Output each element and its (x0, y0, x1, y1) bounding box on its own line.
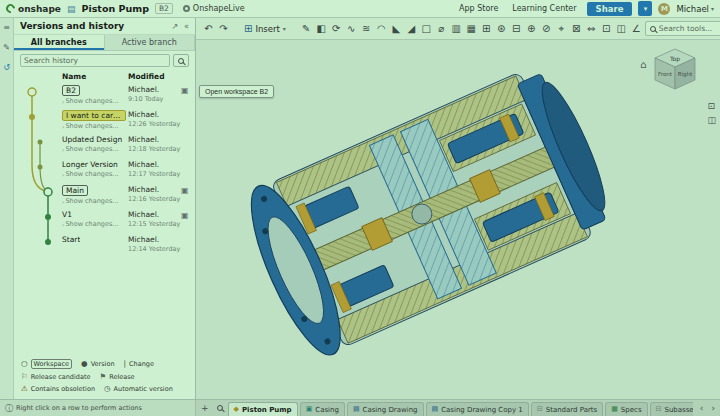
version-name: I want to carry on here (62, 110, 126, 121)
versions-panel: Versions and history ↗ « All branches Ac… (14, 18, 196, 399)
extrude-icon[interactable]: ◧ (315, 24, 328, 34)
search-icon (217, 405, 223, 411)
open-workspace-icon[interactable]: ▣ (181, 185, 193, 208)
hole-icon[interactable]: ⌀ (435, 24, 448, 34)
show-changes-link[interactable]: Show changes... (65, 170, 118, 178)
offset-surface-icon[interactable]: ◫ (615, 24, 628, 34)
user-avatar[interactable]: M (658, 3, 670, 15)
versions-history-icon[interactable]: ↺ (3, 64, 10, 72)
share-button[interactable]: Share (587, 2, 633, 16)
tab-standard-parts[interactable]: ⊟ Standard Parts (531, 402, 603, 416)
open-workspace-button[interactable]: Open workspace B2 (199, 85, 274, 98)
show-changes-link[interactable]: Show changes... (65, 197, 118, 205)
view-settings-icon[interactable]: ◫ (707, 116, 716, 125)
share-options-button[interactable]: ▾ (638, 1, 652, 16)
document-title[interactable]: Piston Pump (82, 3, 149, 14)
chevron-right-icon: › (62, 123, 64, 130)
home-view-icon[interactable]: ⌂ (640, 59, 646, 70)
legend: ○ Workspace ● Version | Change ⚐ Release… (14, 355, 195, 399)
collapse-panel-icon[interactable]: « (184, 22, 189, 31)
measure-icon[interactable]: ∠ (630, 24, 643, 34)
transform-icon[interactable]: ⌖ (555, 24, 568, 34)
linear-pattern-icon[interactable]: ⊞ (480, 24, 493, 34)
version-name: B2 (62, 85, 80, 96)
show-changes-link[interactable]: Show changes... (65, 145, 118, 153)
view-cube-graphic[interactable]: Top Front Right (649, 45, 701, 95)
feature-list-icon[interactable]: ≡ (3, 24, 10, 32)
show-changes-link[interactable]: Show changes... (65, 97, 118, 105)
shell-icon[interactable]: □ (420, 24, 433, 34)
user-menu[interactable]: Michael ▾ (676, 4, 714, 14)
thicken-icon[interactable]: ▦ (465, 24, 478, 34)
replace-face-icon[interactable]: ⊡ (600, 24, 613, 34)
toolbar-history-group: ↶ ↷ (202, 24, 230, 34)
circular-pattern-icon[interactable]: ⊛ (495, 24, 508, 34)
chamfer-icon[interactable]: ◣ (390, 24, 403, 34)
tab-specs[interactable]: ▦ Specs (605, 402, 647, 416)
modified-by: Michael. (128, 185, 181, 194)
tab-subassemblies[interactable]: ⊟ Subassemblies (650, 402, 693, 416)
document-tab-label: Specs (621, 406, 642, 414)
obsoletion-icon: ⚠ (21, 385, 28, 393)
open-workspace-icon[interactable]: ▣ (181, 210, 193, 233)
onshape-live-icon (183, 5, 190, 12)
chevron-down-icon: ▾ (283, 25, 286, 32)
tab-casing[interactable]: ▣ Casing (300, 402, 345, 416)
chevron-right-icon: › (62, 171, 64, 178)
viewport[interactable]: Open workspace B2 ⌂ Top Front Right ⊡ (196, 40, 720, 399)
rib-icon[interactable]: ▥ (450, 24, 463, 34)
boolean-icon[interactable]: ⊕ (525, 24, 538, 34)
view-cube-top-label[interactable]: Top (669, 55, 680, 63)
history-column-headers: Name Modified (14, 70, 195, 83)
draft-icon[interactable]: ◢ (405, 24, 418, 34)
onshape-logo[interactable]: onshape (6, 4, 61, 14)
view-cube-right-label[interactable]: Right (678, 71, 693, 78)
fillet-icon[interactable]: ◠ (375, 24, 388, 34)
comment-icon[interactable]: ✎ (3, 44, 10, 52)
onshape-app: onshape ▤ Piston Pump B2 OnshapeLive App… (0, 0, 720, 416)
section-view-icon[interactable]: ⊡ (707, 102, 716, 111)
learning-center-button[interactable]: Learning Center (508, 3, 580, 14)
open-in-new-icon[interactable]: ↗ (171, 22, 178, 31)
history-search-input[interactable] (20, 54, 170, 67)
view-cube[interactable]: ⌂ Top Front Right (640, 45, 712, 97)
tab-piston-pump[interactable]: ◆ Piston Pump (228, 402, 298, 416)
revolve-icon[interactable]: ⟳ (330, 24, 343, 34)
show-changes-link[interactable]: Show changes... (65, 220, 118, 228)
redo-icon[interactable]: ↷ (217, 24, 230, 34)
user-name: Michael (676, 4, 709, 14)
open-workspace-icon[interactable]: ▣ (181, 85, 193, 108)
modified-time: 12:26 Yesterday (128, 120, 181, 128)
tab-scroll-left-icon[interactable]: ‹ (697, 404, 707, 413)
tab-active-branch[interactable]: Active branch (105, 35, 196, 50)
tab-casing-drawing[interactable]: ▤ Casing Drawing (347, 402, 424, 416)
loft-icon[interactable]: ≋ (360, 24, 373, 34)
view-cube-front-label[interactable]: Front (658, 71, 673, 77)
folder-icon: ⊟ (656, 406, 662, 413)
onshape-live-link[interactable]: OnshapeLive (193, 4, 245, 13)
tab-all-branches[interactable]: All branches (14, 35, 105, 50)
split-icon[interactable]: ⊘ (540, 24, 553, 34)
mirror-icon[interactable]: ⊟ (510, 24, 523, 34)
document-tab-label: Casing (315, 406, 339, 414)
sweep-icon[interactable]: ∿ (345, 24, 358, 34)
show-changes-link[interactable]: Show changes... (65, 122, 118, 130)
info-icon: ⓘ (5, 403, 13, 414)
sketch-icon[interactable]: ✎ (300, 24, 313, 34)
insert-button[interactable]: ⊞ Insert ▾ (240, 22, 290, 35)
tab-scroll-right-icon[interactable]: › (708, 404, 718, 413)
new-tab-button[interactable]: + (198, 404, 212, 413)
undo-icon[interactable]: ↶ (202, 24, 215, 34)
modified-by: Michael. (128, 160, 181, 169)
modified-time: 12:17 Yesterday (128, 170, 181, 178)
move-face-icon[interactable]: ⇔ (585, 24, 598, 34)
document-icon: ▤ (67, 4, 76, 14)
delete-face-icon[interactable]: ⊠ (570, 24, 583, 34)
document-tab-label: Casing Drawing Copy 1 (441, 406, 523, 414)
tab-casing-drawing-copy-1[interactable]: ▤ Casing Drawing Copy 1 (426, 402, 529, 416)
tab-search-button[interactable] (214, 404, 226, 413)
history-search-button[interactable] (173, 54, 189, 67)
app-store-button[interactable]: App Store (455, 3, 502, 14)
tools-search-input[interactable] (659, 24, 720, 33)
version-name: Main (62, 185, 88, 196)
